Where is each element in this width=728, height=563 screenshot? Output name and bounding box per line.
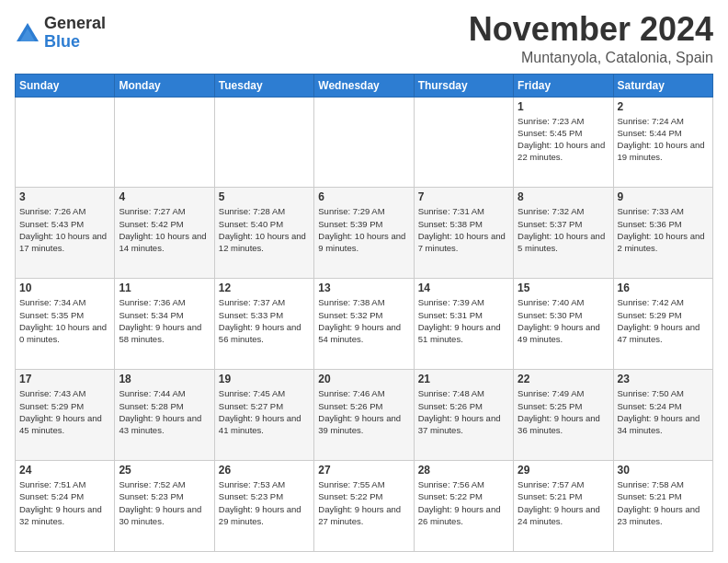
- day-info: Sunrise: 7:57 AM Sunset: 5:21 PM Dayligh…: [518, 478, 609, 527]
- week-row-4: 17Sunrise: 7:43 AM Sunset: 5:29 PM Dayli…: [16, 370, 713, 461]
- day-info: Sunrise: 7:40 AM Sunset: 5:30 PM Dayligh…: [518, 296, 609, 345]
- day-info: Sunrise: 7:23 AM Sunset: 5:45 PM Dayligh…: [518, 115, 609, 164]
- day-number: 25: [119, 464, 210, 477]
- week-row-5: 24Sunrise: 7:51 AM Sunset: 5:24 PM Dayli…: [16, 461, 713, 552]
- header-thursday: Thursday: [414, 74, 513, 97]
- cell-week4-day5: 22Sunrise: 7:49 AM Sunset: 5:25 PM Dayli…: [514, 370, 613, 461]
- day-info: Sunrise: 7:33 AM Sunset: 5:36 PM Dayligh…: [618, 205, 709, 254]
- header-monday: Monday: [115, 74, 214, 97]
- day-info: Sunrise: 7:44 AM Sunset: 5:28 PM Dayligh…: [119, 387, 210, 436]
- logo-icon: [15, 21, 40, 47]
- title-block: November 2024 Muntanyola, Catalonia, Spa…: [469, 11, 713, 66]
- cell-week2-day4: 7Sunrise: 7:31 AM Sunset: 5:38 PM Daylig…: [414, 188, 513, 279]
- cell-week3-day2: 12Sunrise: 7:37 AM Sunset: 5:33 PM Dayli…: [214, 279, 313, 370]
- calendar-table: Sunday Monday Tuesday Wednesday Thursday…: [15, 74, 713, 552]
- cell-week1-day5: 1Sunrise: 7:23 AM Sunset: 5:45 PM Daylig…: [514, 97, 613, 188]
- day-number: 11: [119, 282, 210, 294]
- cell-week5-day6: 30Sunrise: 7:58 AM Sunset: 5:21 PM Dayli…: [613, 461, 712, 552]
- day-info: Sunrise: 7:42 AM Sunset: 5:29 PM Dayligh…: [618, 296, 709, 345]
- cell-week1-day0: [16, 97, 115, 188]
- header-sunday: Sunday: [16, 74, 115, 97]
- cell-week3-day6: 16Sunrise: 7:42 AM Sunset: 5:29 PM Dayli…: [613, 279, 712, 370]
- page: General Blue November 2024 Muntanyola, C…: [0, 0, 728, 563]
- day-info: Sunrise: 7:36 AM Sunset: 5:34 PM Dayligh…: [119, 296, 210, 345]
- cell-week5-day5: 29Sunrise: 7:57 AM Sunset: 5:21 PM Dayli…: [514, 461, 613, 552]
- cell-week4-day4: 21Sunrise: 7:48 AM Sunset: 5:26 PM Dayli…: [414, 370, 513, 461]
- day-number: 17: [19, 373, 110, 385]
- day-number: 27: [318, 464, 409, 477]
- day-info: Sunrise: 7:58 AM Sunset: 5:21 PM Dayligh…: [618, 478, 709, 527]
- day-number: 19: [219, 373, 310, 385]
- logo-general-text: General: [44, 15, 106, 33]
- day-number: 16: [618, 282, 709, 294]
- day-number: 1: [518, 100, 609, 113]
- day-number: 18: [119, 373, 210, 385]
- day-info: Sunrise: 7:27 AM Sunset: 5:42 PM Dayligh…: [119, 205, 210, 254]
- day-info: Sunrise: 7:55 AM Sunset: 5:22 PM Dayligh…: [318, 478, 409, 527]
- day-number: 3: [19, 190, 110, 203]
- header-wednesday: Wednesday: [314, 74, 414, 97]
- day-info: Sunrise: 7:45 AM Sunset: 5:27 PM Dayligh…: [219, 387, 310, 436]
- month-title: November 2024: [469, 11, 713, 48]
- cell-week5-day4: 28Sunrise: 7:56 AM Sunset: 5:22 PM Dayli…: [414, 461, 513, 552]
- week-row-1: 1Sunrise: 7:23 AM Sunset: 5:45 PM Daylig…: [16, 97, 713, 188]
- cell-week3-day0: 10Sunrise: 7:34 AM Sunset: 5:35 PM Dayli…: [16, 279, 115, 370]
- day-info: Sunrise: 7:46 AM Sunset: 5:26 PM Dayligh…: [318, 387, 409, 436]
- day-number: 28: [418, 464, 509, 477]
- day-info: Sunrise: 7:43 AM Sunset: 5:29 PM Dayligh…: [19, 387, 110, 436]
- logo-text: General Blue: [44, 15, 106, 52]
- cell-week4-day6: 23Sunrise: 7:50 AM Sunset: 5:24 PM Dayli…: [613, 370, 712, 461]
- day-number: 21: [418, 373, 509, 385]
- cell-week1-day4: [414, 97, 513, 188]
- header-saturday: Saturday: [613, 74, 712, 97]
- logo: General Blue: [15, 15, 106, 52]
- cell-week1-day1: [115, 97, 214, 188]
- cell-week2-day5: 8Sunrise: 7:32 AM Sunset: 5:37 PM Daylig…: [514, 188, 613, 279]
- cell-week4-day3: 20Sunrise: 7:46 AM Sunset: 5:26 PM Dayli…: [314, 370, 414, 461]
- cell-week5-day0: 24Sunrise: 7:51 AM Sunset: 5:24 PM Dayli…: [16, 461, 115, 552]
- day-number: 14: [418, 282, 509, 294]
- cell-week2-day1: 4Sunrise: 7:27 AM Sunset: 5:42 PM Daylig…: [115, 188, 214, 279]
- day-number: 20: [318, 373, 409, 385]
- day-info: Sunrise: 7:28 AM Sunset: 5:40 PM Dayligh…: [219, 205, 310, 254]
- cell-week2-day2: 5Sunrise: 7:28 AM Sunset: 5:40 PM Daylig…: [214, 188, 313, 279]
- cell-week1-day6: 2Sunrise: 7:24 AM Sunset: 5:44 PM Daylig…: [613, 97, 712, 188]
- cell-week2-day6: 9Sunrise: 7:33 AM Sunset: 5:36 PM Daylig…: [613, 188, 712, 279]
- day-number: 24: [19, 464, 110, 477]
- day-info: Sunrise: 7:50 AM Sunset: 5:24 PM Dayligh…: [618, 387, 709, 436]
- day-info: Sunrise: 7:53 AM Sunset: 5:23 PM Dayligh…: [219, 478, 310, 527]
- cell-week3-day5: 15Sunrise: 7:40 AM Sunset: 5:30 PM Dayli…: [514, 279, 613, 370]
- day-number: 8: [518, 190, 609, 203]
- day-info: Sunrise: 7:34 AM Sunset: 5:35 PM Dayligh…: [19, 296, 110, 345]
- day-number: 12: [219, 282, 310, 294]
- day-info: Sunrise: 7:56 AM Sunset: 5:22 PM Dayligh…: [418, 478, 509, 527]
- cell-week3-day3: 13Sunrise: 7:38 AM Sunset: 5:32 PM Dayli…: [314, 279, 414, 370]
- day-number: 7: [418, 190, 509, 203]
- day-number: 29: [518, 464, 609, 477]
- day-number: 26: [219, 464, 310, 477]
- day-number: 9: [618, 190, 709, 203]
- day-info: Sunrise: 7:52 AM Sunset: 5:23 PM Dayligh…: [119, 478, 210, 527]
- header-tuesday: Tuesday: [214, 74, 313, 97]
- logo-blue-text: Blue: [44, 33, 106, 52]
- day-info: Sunrise: 7:31 AM Sunset: 5:38 PM Dayligh…: [418, 205, 509, 254]
- day-number: 4: [119, 190, 210, 203]
- cell-week1-day2: [214, 97, 313, 188]
- day-info: Sunrise: 7:37 AM Sunset: 5:33 PM Dayligh…: [219, 296, 310, 345]
- day-number: 30: [618, 464, 709, 477]
- cell-week2-day0: 3Sunrise: 7:26 AM Sunset: 5:43 PM Daylig…: [16, 188, 115, 279]
- day-number: 23: [618, 373, 709, 385]
- day-info: Sunrise: 7:51 AM Sunset: 5:24 PM Dayligh…: [19, 478, 110, 527]
- day-number: 15: [518, 282, 609, 294]
- cell-week2-day3: 6Sunrise: 7:29 AM Sunset: 5:39 PM Daylig…: [314, 188, 414, 279]
- cell-week5-day1: 25Sunrise: 7:52 AM Sunset: 5:23 PM Dayli…: [115, 461, 214, 552]
- week-row-3: 10Sunrise: 7:34 AM Sunset: 5:35 PM Dayli…: [16, 279, 713, 370]
- cell-week4-day1: 18Sunrise: 7:44 AM Sunset: 5:28 PM Dayli…: [115, 370, 214, 461]
- week-row-2: 3Sunrise: 7:26 AM Sunset: 5:43 PM Daylig…: [16, 188, 713, 279]
- day-info: Sunrise: 7:39 AM Sunset: 5:31 PM Dayligh…: [418, 296, 509, 345]
- day-info: Sunrise: 7:24 AM Sunset: 5:44 PM Dayligh…: [618, 115, 709, 164]
- day-number: 13: [318, 282, 409, 294]
- cell-week4-day0: 17Sunrise: 7:43 AM Sunset: 5:29 PM Dayli…: [16, 370, 115, 461]
- day-info: Sunrise: 7:26 AM Sunset: 5:43 PM Dayligh…: [19, 205, 110, 254]
- day-number: 6: [318, 190, 409, 203]
